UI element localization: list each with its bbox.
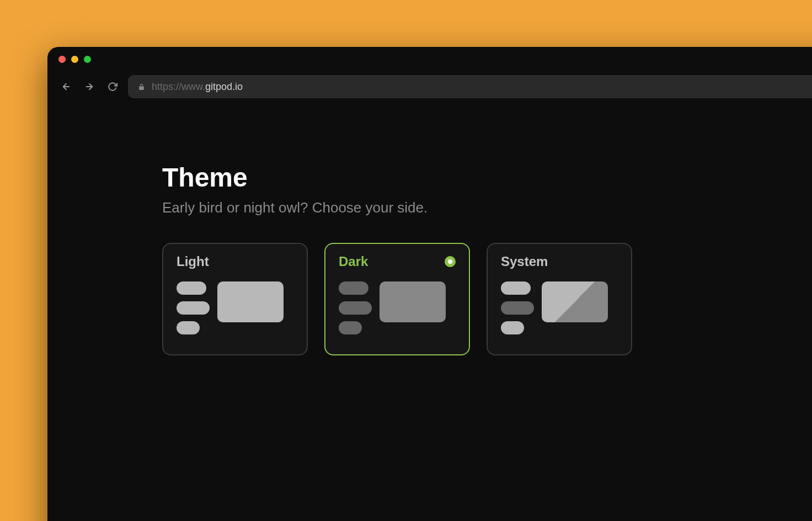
theme-preview-light (177, 281, 293, 334)
theme-options: Light Dark (162, 243, 812, 355)
page-content: Theme Early bird or night owl? Choose yo… (47, 107, 812, 355)
preview-main (380, 281, 446, 322)
minimize-window-button[interactable] (71, 56, 78, 63)
preview-pill (339, 321, 362, 334)
page-subtitle: Early bird or night owl? Choose your sid… (162, 199, 812, 216)
theme-card-header: Light (177, 254, 293, 269)
forward-button[interactable] (82, 79, 97, 94)
preview-pill (339, 281, 368, 295)
theme-card-title: Dark (339, 254, 368, 269)
close-window-button[interactable] (58, 56, 66, 63)
window-controls (47, 47, 812, 70)
preview-pill (177, 281, 206, 295)
preview-pill (501, 321, 524, 334)
selected-indicator-icon (445, 256, 456, 267)
theme-option-light[interactable]: Light (162, 243, 308, 355)
maximize-window-button[interactable] (84, 56, 91, 63)
theme-option-system[interactable]: System (487, 243, 632, 355)
back-button[interactable] (58, 79, 74, 94)
theme-option-dark[interactable]: Dark (324, 243, 470, 355)
page-container: https://www.gitpod.io Theme Early bird o… (0, 0, 812, 521)
theme-card-title: Light (177, 254, 209, 269)
lock-icon (138, 83, 145, 91)
arrow-left-icon (61, 82, 71, 92)
preview-pill (501, 301, 534, 315)
preview-pill (501, 281, 531, 295)
preview-sidebar (501, 281, 534, 334)
preview-main (217, 281, 284, 322)
url-subdomain: www. (181, 81, 205, 92)
url-protocol: https:// (152, 81, 181, 92)
theme-card-header: Dark (339, 254, 456, 269)
reload-icon (108, 82, 117, 92)
theme-preview-dark (339, 281, 456, 334)
address-bar[interactable]: https://www.gitpod.io (128, 75, 812, 98)
theme-card-header: System (501, 254, 618, 269)
url-text: https://www.gitpod.io (152, 81, 243, 93)
reload-button[interactable] (105, 79, 120, 94)
page-title: Theme (162, 162, 812, 193)
preview-pill (177, 321, 200, 334)
preview-sidebar (339, 281, 372, 334)
url-domain: gitpod.io (205, 81, 243, 92)
browser-window: https://www.gitpod.io Theme Early bird o… (47, 47, 812, 521)
preview-main (542, 281, 608, 322)
preview-pill (339, 301, 372, 315)
browser-toolbar: https://www.gitpod.io (47, 70, 812, 107)
arrow-right-icon (84, 82, 94, 92)
preview-sidebar (177, 281, 210, 334)
theme-preview-system (501, 281, 618, 334)
preview-pill (177, 301, 210, 315)
theme-card-title: System (501, 254, 548, 269)
